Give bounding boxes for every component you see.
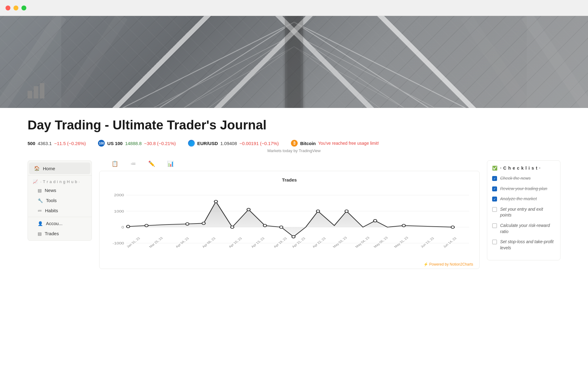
checklist-icon: ✅ — [492, 166, 498, 171]
btc-limit-msg: You've reached free usage limit! — [318, 141, 379, 146]
titlebar — [0, 0, 588, 16]
us100-change: −30.8 (−0.21%) — [144, 141, 176, 146]
checklist-header: ✅ · C h e c k l i s t · — [492, 166, 555, 171]
checkbox-plan[interactable]: ✓ — [492, 186, 497, 191]
checkbox-market[interactable]: ✓ — [492, 197, 497, 201]
svg-text:Apr 04, 23: Apr 04, 23 — [175, 237, 190, 248]
svg-rect-15 — [40, 83, 44, 98]
svg-point-24 — [126, 225, 130, 228]
sidebar-item-tools[interactable]: 🔧 Tools — [28, 195, 92, 205]
checkbox-stoploss[interactable] — [492, 240, 497, 244]
home-label: Home — [43, 166, 55, 171]
news-label: News — [45, 188, 56, 193]
chart-tabs: 📋 ≔ ✏️ 📊 — [99, 160, 480, 171]
svg-point-25 — [145, 224, 148, 227]
chart-title: Trades — [106, 177, 473, 182]
tools-label: Tools — [46, 198, 57, 203]
svg-text:Apr 13, 23: Apr 13, 23 — [250, 237, 265, 248]
chart-area-fill — [128, 201, 453, 237]
svg-rect-14 — [34, 86, 38, 98]
sidebar: 🏠 Home 📈 · T r a d i n g H u b · ▤ News … — [28, 160, 92, 241]
sidebar-item-habits[interactable]: ≔ Habits — [28, 205, 92, 216]
powered-by-label: ⚡ Powered by Notion2Charts — [424, 262, 473, 266]
sidebar-item-news[interactable]: ▤ News — [28, 185, 92, 195]
checklist-label-news: Check the news — [500, 175, 531, 182]
ticker-sp500: 500 4363.1 −11.5 (−0.26%) — [28, 141, 86, 146]
main-content: Day Trading - Ultimate Trader's Journal … — [0, 108, 588, 269]
sidebar-section-header: 📈 · T r a d i n g H u b · — [28, 177, 92, 185]
svg-text:1000: 1000 — [114, 209, 124, 213]
maximize-button[interactable] — [21, 6, 26, 10]
svg-point-38 — [451, 226, 454, 228]
close-button[interactable] — [6, 6, 10, 10]
tab-edit[interactable]: ✏️ — [148, 160, 155, 167]
tab-list[interactable]: ≔ — [130, 160, 136, 167]
sidebar-divider-1 — [28, 175, 92, 176]
bottom-layout: 🏠 Home 📈 · T r a d i n g H u b · ▤ News … — [28, 160, 560, 269]
svg-marker-4 — [184, 47, 294, 108]
trading-hub-icon: 📈 — [33, 179, 38, 184]
checklist-item-news: ✓ Check the news — [492, 175, 555, 182]
svg-point-33 — [292, 236, 295, 238]
checklist-item-entry: Set your entry and exit points — [492, 206, 555, 218]
markets-label: Markets today — [267, 148, 292, 153]
eurusd-flag: 🌐 — [188, 140, 195, 147]
tab-clipboard[interactable]: 📋 — [111, 160, 118, 167]
page-title: Day Trading - Ultimate Trader's Journal — [28, 118, 560, 132]
checkbox-entry[interactable] — [492, 207, 497, 212]
ticker-bitcoin: ₿ Bitcoin You've reached free usage limi… — [291, 140, 379, 147]
svg-text:Apr 22, 23: Apr 22, 23 — [311, 237, 326, 248]
trades-label: Trades — [45, 231, 59, 236]
home-icon: 🏠 — [34, 166, 40, 171]
tab-chart[interactable]: 📊 — [167, 160, 174, 167]
checkbox-risk[interactable] — [492, 223, 497, 228]
chart-attribution: ⚡ Powered by Notion2Charts — [106, 262, 473, 266]
checklist-label-entry: Set your entry and exit points — [500, 206, 555, 218]
svg-text:0: 0 — [122, 225, 124, 229]
checklist-item-plan: ✓ Review your trading plan — [492, 186, 555, 192]
svg-text:May 03, 23: May 03, 23 — [332, 236, 348, 248]
account-label: Accou... — [46, 221, 62, 226]
sidebar-item-trades[interactable]: ▤ Trades — [28, 228, 92, 239]
chart-container: Trades 2000 1000 0 -1000 — [99, 171, 480, 269]
svg-text:May 05, 23: May 05, 23 — [373, 236, 388, 248]
svg-text:Jan 31, 23: Jan 31, 23 — [126, 236, 141, 248]
sp500-value: 4363.1 — [38, 141, 52, 146]
checkbox-news[interactable]: ✓ — [492, 176, 497, 181]
checklist-title: · C h e c k l i s t · — [500, 166, 541, 171]
svg-point-30 — [247, 208, 250, 211]
checklist-label-stoploss: Set stop-loss and take-profit levels — [500, 239, 555, 251]
ticker-us100: 100 US 100 14888.8 −30.8 (−0.21%) — [98, 140, 176, 147]
us100-badge: 100 — [98, 140, 105, 147]
svg-point-26 — [186, 223, 189, 225]
svg-text:-1000: -1000 — [113, 241, 124, 245]
sidebar-item-account[interactable]: 👤 Accou... — [28, 218, 92, 228]
svg-text:Jun 14, 23: Jun 14, 23 — [442, 236, 457, 248]
market-ticker: 500 4363.1 −11.5 (−0.26%) 100 US 100 148… — [28, 140, 560, 147]
checklist-item-risk: Calculate your risk-reward ratio — [492, 223, 555, 235]
svg-text:May 31, 23: May 31, 23 — [393, 236, 409, 248]
svg-text:Mar 25, 23: Mar 25, 23 — [148, 236, 164, 248]
us100-name: US 100 — [107, 141, 123, 146]
svg-line-10 — [61, 16, 123, 108]
svg-point-34 — [316, 210, 320, 212]
sidebar-home[interactable]: 🏠 Home — [29, 163, 90, 174]
svg-rect-13 — [28, 91, 32, 98]
sidebar-divider-2 — [28, 217, 92, 217]
svg-text:Jun 13, 23: Jun 13, 23 — [420, 236, 435, 248]
svg-point-28 — [214, 200, 218, 203]
trades-chart: 2000 1000 0 -1000 — [106, 186, 473, 259]
svg-text:2000: 2000 — [114, 193, 124, 197]
checklist-label-plan: Review your trading plan — [500, 186, 547, 192]
account-icon: 👤 — [38, 221, 43, 226]
hero-banner — [0, 16, 588, 108]
chart-area: 📋 ≔ ✏️ 📊 Trades 2000 1000 0 — [99, 160, 480, 269]
btc-name: Bitcoin — [300, 141, 316, 146]
svg-point-31 — [263, 224, 267, 227]
habits-label: Habits — [45, 208, 58, 213]
checklist-item-market: ✓ Analyze the market — [492, 196, 555, 202]
markets-attribution: Markets today by TradingView — [28, 148, 560, 153]
checklist-panel: ✅ · C h e c k l i s t · ✓ Check the news… — [487, 160, 560, 260]
minimize-button[interactable] — [13, 6, 18, 10]
svg-rect-6 — [285, 16, 303, 108]
